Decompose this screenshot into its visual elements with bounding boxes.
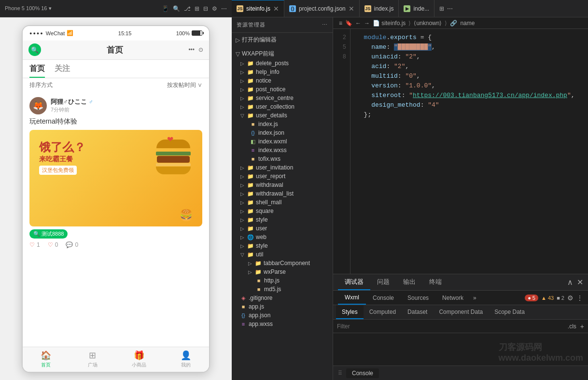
js-file-icon: ■ (239, 304, 247, 310)
tab-project-config[interactable]: {} project.config.json ✕ (284, 0, 360, 17)
tree-user-details-tofix[interactable]: ■ tofix.wxs (232, 155, 333, 163)
tree-tabbar[interactable]: ▷ 📁 tabbarComponent (232, 259, 333, 267)
breadcrumb-forward[interactable]: → (364, 20, 370, 27)
style-tab-computed[interactable]: Computed (364, 305, 402, 319)
breadcrumb-name: name (460, 20, 475, 27)
style-tab-scope-data[interactable]: Scope Data (489, 305, 531, 319)
filter-add-icon[interactable]: + (580, 323, 584, 330)
layout-icon[interactable]: ⊞ (439, 5, 444, 12)
branch-icon[interactable]: ⎇ (184, 5, 191, 12)
inner-tab-wxml[interactable]: Wxml (338, 291, 366, 305)
inner-tab-network[interactable]: Network (435, 291, 470, 305)
phone-tab-follow[interactable]: 关注 (55, 64, 70, 78)
tree-user-details[interactable]: ▽ 📁 user_details (232, 111, 333, 120)
tree-service-centre[interactable]: ▷ 📁 service_centre (232, 94, 333, 102)
folder-label: delete_posts (256, 60, 289, 67)
bottom-tab-mine[interactable]: 👤 我的 (163, 350, 210, 368)
phone-search-button[interactable]: 🔍 (28, 43, 41, 56)
devtools-tab-output[interactable]: 输出 (396, 274, 422, 290)
tree-user-report[interactable]: ▷ 📁 user_report (232, 172, 333, 181)
image-text-content: 饿了么？ 来吃霸王餐 汉堡包免费领 (39, 140, 85, 175)
tree-style[interactable]: ▷ 📁 style (232, 215, 333, 224)
tree-help-info[interactable]: ▷ 📁 help_info (232, 68, 333, 76)
bottom-tab-shop[interactable]: 🎁 小商品 (116, 350, 163, 368)
filter-input[interactable] (337, 323, 564, 330)
tree-notice[interactable]: ▷ 📁 notice (232, 76, 333, 85)
device-icons: 📱 🔍 ⎇ ⊞ ⊟ ⚙ ⋯ (162, 5, 227, 12)
inner-tab-more[interactable]: » (470, 295, 479, 301)
bottom-tab-square[interactable]: ⊞ 广场 (70, 350, 116, 368)
phone-nav-record[interactable]: ⊙ (198, 46, 203, 53)
sort-value[interactable]: 按发帖时间 ∨ (167, 81, 202, 89)
devtools-tab-problems[interactable]: 问题 (370, 274, 396, 290)
heart-action[interactable]: ♡ 0 (48, 241, 58, 248)
tree-shell-mall[interactable]: ▷ 📁 shell_mall (232, 198, 333, 207)
tab-index[interactable]: JS index.js (360, 0, 399, 17)
tree-util[interactable]: ▽ 📁 util (232, 250, 333, 259)
tree-appjson[interactable]: {} app.json (232, 311, 333, 320)
devtools-close[interactable]: ✕ (577, 278, 583, 287)
filter-cls-button[interactable]: .cls (568, 323, 576, 330)
tree-style2[interactable]: ▷ 📁 style (232, 241, 333, 250)
like-action[interactable]: ♡ 1 (29, 241, 40, 248)
tree-gitignore[interactable]: ◈ .gitignore (232, 294, 333, 302)
tree-http[interactable]: ■ http.js (232, 276, 333, 285)
tree-square[interactable]: ▷ 📁 square (232, 207, 333, 215)
search-icon[interactable]: 🔍 (173, 5, 180, 12)
tree-withdrawal-list[interactable]: ▷ 📁 withdrawal_list (232, 189, 333, 198)
tree-wxparse[interactable]: ▷ 📁 wxParse (232, 267, 333, 276)
tab-siteinfo[interactable]: JS siteinfo.js ✕ (232, 0, 284, 17)
style-tab-styles[interactable]: Styles (336, 305, 364, 319)
style-tab-dataset[interactable]: Dataset (402, 305, 433, 319)
code-panel: ≡ 🔖 ← → 📄 siteinfo.js ⟩ ⟨unknown⟩ ⟩ 🔗 na… (333, 17, 588, 380)
grid-icon[interactable]: ⊞ (195, 5, 199, 12)
tree-withdrawal[interactable]: ▷ 📁 withdrawal (232, 181, 333, 189)
tree-user-details-indexjson[interactable]: {} index.json (232, 128, 333, 137)
style-tab-component-data[interactable]: Component Data (433, 305, 489, 319)
tree-delete-posts[interactable]: ▷ 📁 delete_posts (232, 59, 333, 68)
phone-tab-home[interactable]: 首页 (29, 64, 45, 78)
tree-web[interactable]: ▷ 🌐 web (232, 233, 333, 241)
explorer-more[interactable]: ⋯ (322, 22, 328, 28)
carrier-label: WeChat (46, 30, 65, 36)
bottom-tab-home[interactable]: 🏠 首页 (23, 350, 70, 368)
breadcrumb-back[interactable]: ← (355, 20, 361, 27)
section-wxapp: ▽ WXAPP前端 ▷ 📁 delete_posts ▷ 📁 help_info… (232, 47, 333, 330)
tab-inde[interactable]: ▶ inde... (399, 0, 434, 17)
tab-close-project[interactable]: ✕ (349, 5, 354, 12)
folder-icon: 📁 (247, 104, 254, 110)
more-tabs-icon[interactable]: ⋯ (447, 5, 453, 12)
devtools-tab-terminal[interactable]: 终端 (422, 274, 448, 290)
devtools-tab-debugger[interactable]: 调试器 (338, 274, 370, 290)
file-label: .gitignore (249, 295, 272, 301)
tree-user-details-indexwxml[interactable]: ◧ index.wxml (232, 137, 333, 146)
debug-icon[interactable]: ⚙ (212, 5, 217, 12)
tree-post-notice[interactable]: ▷ 📁 post_notice (232, 85, 333, 94)
devtools-minimize[interactable]: ∧ (567, 278, 573, 287)
tree-user[interactable]: ▷ 📁 user (232, 224, 333, 233)
tree-user-invitation[interactable]: ▷ 📁 user_invitation (232, 163, 333, 172)
tab-close-siteinfo[interactable]: ✕ (273, 5, 279, 12)
wxapp-header[interactable]: ▽ WXAPP前端 (232, 49, 333, 59)
more-icon[interactable]: ⋯ (221, 5, 227, 12)
tree-user-collection[interactable]: ▷ 📁 user_collection (232, 102, 333, 111)
console-tab-button[interactable]: Console (346, 368, 379, 378)
inner-tab-sources[interactable]: Sources (401, 291, 435, 305)
inner-tab-console[interactable]: Console (366, 291, 401, 305)
open-editors-header[interactable]: ▷ 打开的编辑器 (232, 35, 333, 45)
tree-md5[interactable]: ■ md5.js (232, 285, 333, 294)
tree-user-details-indexwxss[interactable]: ≡ index.wxss (232, 146, 333, 155)
phone-icon[interactable]: 📱 (162, 5, 169, 12)
devtools-settings-icon[interactable]: ⚙ (567, 294, 574, 302)
phone-nav-dots[interactable]: ••• (188, 46, 195, 53)
folder-icon: 📁 (247, 78, 254, 84)
post-tag[interactable]: 🔍 测试8888 (29, 229, 68, 239)
tree-appjs[interactable]: ■ app.js (232, 302, 333, 311)
tree-user-details-indexjs[interactable]: ■ index.js (232, 120, 333, 128)
error-badge: ● 5 (525, 295, 538, 301)
folder-icon: 📁 (247, 225, 254, 232)
comment-action[interactable]: 💬 0 (66, 241, 78, 248)
split-icon[interactable]: ⊟ (203, 5, 208, 12)
devtools-menu-icon[interactable]: ⋮ (576, 294, 583, 302)
tree-appwxss[interactable]: ≡ app.wxss (232, 320, 333, 328)
